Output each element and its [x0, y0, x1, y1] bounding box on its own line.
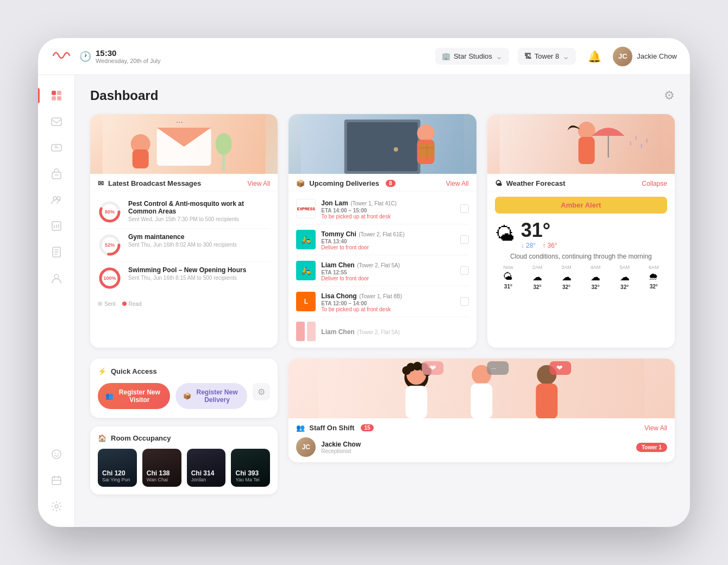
svg-point-16 — [55, 505, 58, 508]
register-delivery-button[interactable]: 📦 Register New Delivery — [175, 383, 248, 409]
forecast-3am: 3AM ☁ 32° — [553, 265, 580, 290]
broadcast-item: 52% Gym maintanence Sent Thu, Jun 16th 8… — [98, 229, 270, 262]
register-visitor-button[interactable]: 👥 Register New Visitor — [98, 383, 170, 409]
sidebar-item-logbook[interactable] — [45, 240, 68, 264]
svg-rect-1 — [57, 91, 61, 95]
sidebar-item-dashboard[interactable] — [45, 84, 68, 108]
staff-title: Staff On Shift — [309, 424, 354, 432]
tower-selector[interactable]: 🏗 Tower 8 ⌄ — [518, 48, 576, 65]
sidebar-item-tickets[interactable] — [45, 136, 68, 160]
weather-illustration — [487, 114, 675, 174]
svg-rect-6 — [52, 172, 61, 179]
delivery-item: 🛵 Tommy Chi (Tower 2, Flat 61E) ETA 13:4… — [296, 224, 468, 255]
weather-card-header: 🌤 Weather Forecast Collapse — [487, 174, 675, 191]
deliveries-view-all[interactable]: View All — [446, 180, 469, 187]
room-name-4: Chi 393 — [235, 469, 266, 477]
room-card-3[interactable]: Chi 314 Jordan — [187, 449, 226, 487]
svg-point-8 — [57, 197, 60, 200]
delivery-name-4: Lisa Chong — [321, 292, 356, 300]
room-card-2[interactable]: Chi 138 Wan Chai — [142, 449, 181, 487]
room-grid: Chi 120 Sai Ying Pun Chi 138 Wan Chai — [98, 449, 270, 487]
room-loc-1: Sai Ying Pun — [102, 477, 133, 482]
svg-point-13 — [54, 453, 55, 454]
deliveroo-logo-2: 🛵 — [296, 261, 316, 280]
notifications-bell[interactable]: 🔔 — [585, 47, 604, 66]
staff-avatar: JC — [296, 437, 316, 457]
sidebar-item-calendar[interactable] — [45, 468, 68, 492]
broadcast-item: 80% Pest Control & Anti-mosquito work at… — [98, 196, 270, 229]
delivery-note-4: To be picked up at front desk — [321, 306, 454, 312]
top-cards-grid: ··· ✉ Latest Broadcast Messages View All — [90, 114, 675, 348]
chevron-icon: ⌄ — [495, 51, 503, 61]
svg-rect-2 — [52, 96, 56, 101]
weather-title: Weather Forecast — [506, 179, 566, 187]
staff-tower-badge: Tower 1 — [636, 443, 667, 452]
broadcast-item-meta-1: Sent Wed, Jun 15th 7:30 PM to 500 recipi… — [128, 216, 270, 222]
svg-text:❤: ❤ — [557, 363, 563, 372]
sidebar-item-people[interactable] — [45, 188, 68, 212]
delivery-checkbox-2[interactable] — [460, 235, 469, 244]
broadcast-list: 80% Pest Control & Anti-mosquito work at… — [90, 191, 278, 299]
lalamove-logo: L — [296, 292, 316, 311]
company-name: Star Studios — [454, 52, 492, 60]
broadcast-view-all[interactable]: View All — [248, 180, 271, 187]
sidebar-item-visitors[interactable] — [45, 266, 68, 290]
broadcast-item-title-1: Pest Control & Anti-mosquito work at Com… — [128, 200, 270, 215]
forecast-5am: 5AM ☁ 32° — [611, 265, 638, 290]
sidebar-item-messages[interactable] — [45, 110, 68, 134]
delivery-list: EXPRESS Jon Lam (Tower 1, Flat 41C) ETA … — [288, 191, 476, 348]
delivery-note-1: To be picked up at front desk — [321, 214, 454, 219]
deliveries-card: 📦 Upcoming Deliveries 8 View All EXPRESS… — [288, 114, 476, 348]
svg-point-35 — [417, 124, 435, 142]
logo[interactable] — [51, 49, 71, 64]
company-selector[interactable]: 🏢 Star Studios ⌄ — [435, 48, 509, 65]
sidebar-item-packages[interactable] — [45, 162, 68, 186]
broadcast-icon: ✉ — [98, 179, 104, 187]
sidebar-item-emoji[interactable] — [45, 442, 68, 466]
sidebar-item-settings[interactable] — [45, 494, 68, 518]
building-icon: 🏢 — [442, 52, 450, 60]
broadcast-item-title-2: Gym maintanence — [128, 233, 270, 241]
sidebar — [38, 75, 75, 527]
svg-point-34 — [394, 147, 398, 152]
bottom-grid: ⚡ Quick Access 👥 Register New Visitor 📦 … — [90, 359, 675, 494]
quick-access-section: ⚡ Quick Access 👥 Register New Visitor 📦 … — [90, 359, 278, 494]
broadcast-item-title-3: Swimming Pool – New Opening Hours — [128, 266, 270, 274]
svg-rect-58 — [471, 384, 493, 418]
delivery-item: 🛵 Liam Chen (Tower 2, Flat 5A) ETA 12:55… — [296, 255, 468, 286]
broadcast-card: ··· ✉ Latest Broadcast Messages View All — [90, 114, 278, 348]
avatar: JC — [613, 47, 632, 66]
quick-access-header: ⚡ Quick Access — [98, 367, 270, 375]
delivery-checkbox-3[interactable] — [460, 266, 469, 275]
room-card-1[interactable]: Chi 120 Sai Ying Pun — [98, 449, 137, 487]
delivery-checkbox-1[interactable] — [460, 204, 469, 213]
staff-role: Receptionist — [321, 448, 631, 454]
svg-text:···: ··· — [492, 366, 496, 372]
staff-header: 👥 Staff On Shift 15 View All — [296, 424, 667, 432]
room-name-2: Chi 138 — [147, 469, 177, 477]
room-card-4[interactable]: Chi 393 Yau Ma Tei — [231, 449, 270, 487]
current-date: Wednesday, 20th of July — [96, 58, 160, 64]
delivery-note-3: Deliver to front door — [321, 275, 454, 281]
staff-view-all[interactable]: View All — [644, 424, 667, 432]
svg-point-12 — [52, 450, 61, 459]
room-name-3: Chi 314 — [191, 469, 222, 477]
user-name: Jackie Chow — [637, 52, 677, 60]
quick-access-settings[interactable]: ⚙ — [253, 383, 270, 400]
delivery-note-2: Deliver to front door — [321, 244, 454, 250]
delivery-checkbox-4[interactable] — [460, 297, 469, 306]
broadcast-donut-2: 52% — [98, 233, 122, 257]
deliveries-title: Upcoming Deliveries — [309, 179, 379, 187]
svg-point-7 — [53, 197, 57, 200]
room-occupancy-card: 🏠 Room Occupancy Chi 120 Sai Ying Pun — [90, 426, 278, 494]
staff-illustration: ❤ ··· ❤ — [288, 359, 675, 418]
delivery-eta-3: ETA 12:55 — [321, 269, 454, 275]
visitor-icon: 👥 — [105, 392, 114, 400]
dashboard-settings[interactable]: ⚙ — [664, 89, 675, 103]
svg-point-23 — [216, 133, 232, 155]
room-header: 🏠 Room Occupancy — [98, 434, 270, 442]
room-loc-4: Yau Ma Tei — [235, 477, 266, 482]
weather-collapse[interactable]: Collapse — [642, 180, 667, 187]
sidebar-item-reports[interactable] — [45, 214, 68, 238]
staff-badge: 15 — [361, 424, 373, 431]
